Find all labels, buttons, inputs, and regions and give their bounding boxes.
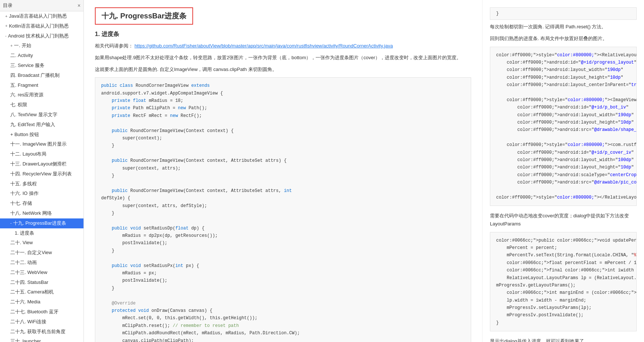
sidebar-item-media[interactable]: 二十六. Media — [0, 297, 83, 307]
sidebar-title: 目录 — [3, 2, 13, 9]
code-block-1: public class RoundCornerImageView extend… — [95, 77, 471, 342]
sidebar-label-textview: 八. TextView 显示文字 — [10, 111, 57, 119]
sidebar-item-drawerlayout[interactable]: 十三. DrawerLayout侧滑栏 — [0, 159, 83, 169]
sub-title: 1. 进度条 — [95, 31, 471, 38]
sidebar-label-camera: 二十五. Camera相机 — [10, 288, 54, 296]
sidebar-label-bluetooth: 二十七. Bluetooth 蓝牙 — [10, 308, 58, 316]
sidebar-item-activity[interactable]: 二. Activity — [0, 51, 83, 61]
sidebar-label-io: 十六. IO 操作 — [10, 190, 39, 197]
sidebar-label-button: + Button 按钮 — [10, 131, 39, 139]
sidebar-item-launcher[interactable]: 三十. launcher — [0, 336, 83, 342]
sidebar-label-android: Android 技术栈从入门到熟悉 — [8, 32, 69, 40]
sidebar-item-java[interactable]: + Java语言基础从入门到熟悉 — [0, 11, 83, 21]
sidebar-label-multithread: 十五. 多线程 — [10, 180, 37, 188]
xml-layout: color:#ff0000;">style="color:#800000;"><… — [490, 47, 637, 206]
sidebar-label-statusbar: 二十四. StatusBar — [10, 279, 48, 286]
sidebar-label-edittext: 九. EditText 用户输入 — [10, 121, 55, 129]
right-para4: 显示出dialog并传入进度，就可以看到效果了。 — [490, 337, 637, 342]
sidebar-label-wifi: 二十八. WiFi连接 — [10, 318, 46, 326]
sidebar-scroll[interactable]: + Java语言基础从入门到熟悉+ Kotlin语言基础从入门到熟悉- Andr… — [0, 11, 83, 342]
sidebar-header: 目录 × — [0, 0, 83, 11]
sidebar-item-wifi[interactable]: 二十八. WiFi连接 — [0, 317, 83, 327]
sidebar-item-progressbar[interactable]: - 十九. ProgressBar进度条 — [0, 218, 83, 228]
sidebar-label-storage: 十七. 存储 — [10, 200, 32, 207]
sidebar-label-customview: 二十一. 自定义View — [10, 249, 52, 257]
sidebar-label-sensor: 二十九. 获取手机当前角度 — [10, 328, 65, 336]
sidebar-item-fragment[interactable]: 五. Fragment — [0, 81, 83, 90]
sidebar-item-recyclerview[interactable]: 十四. RecyclerView 显示列表 — [0, 169, 83, 179]
tree-toggle-start[interactable]: + — [10, 43, 13, 49]
right-para1: 每次绘制都切割一次圆角. 记得调用 Path.reset() 方法。 — [490, 23, 637, 31]
sidebar-label-progressbar-sub: 1. 进度条 — [15, 229, 34, 237]
sidebar-label-broadcast: 四. Broadcast 广播机制 — [10, 72, 60, 79]
sidebar-item-customview[interactable]: 二十一. 自定义View — [0, 248, 83, 258]
sidebar-item-res[interactable]: 六. res应用资源 — [0, 90, 83, 100]
sidebar-label-drawerlayout: 十三. DrawerLayout侧滑栏 — [10, 160, 67, 168]
content-area: 十九. ProgressBar进度条 1. 进度条 相关代码请参阅： https… — [84, 0, 482, 342]
sidebar-label-fragment: 五. Fragment — [10, 82, 38, 89]
sidebar-item-bluetooth[interactable]: 二十七. Bluetooth 蓝牙 — [0, 307, 83, 317]
sidebar-item-permission[interactable]: 七. 权限 — [0, 100, 83, 110]
sidebar-item-animation[interactable]: 二十二. 动画 — [0, 258, 83, 268]
sidebar-item-statusbar[interactable]: 二十四. StatusBar — [0, 278, 83, 288]
right-para3: 需要在代码中动态地改变cover的宽度；dialog中提供如下方法改变 Layo… — [490, 212, 637, 228]
sidebar-label-imageview: 十一. ImageView 图片显示 — [10, 140, 67, 148]
sidebar-item-sensor[interactable]: 二十九. 获取手机当前角度 — [0, 327, 83, 337]
closing-brace: } — [490, 7, 637, 20]
sidebar-item-broadcast[interactable]: 四. Broadcast 广播机制 — [0, 71, 83, 81]
sidebar-label-launcher: 三十. launcher — [10, 338, 41, 342]
sidebar-label-res: 六. res应用资源 — [10, 91, 43, 99]
tree-toggle-progressbar[interactable]: - — [10, 220, 12, 227]
sidebar-item-network[interactable]: 十八. NetWork 网络 — [0, 209, 83, 218]
sidebar-label-network: 十八. NetWork 网络 — [10, 210, 52, 217]
sidebar-item-storage[interactable]: 十七. 存储 — [0, 199, 83, 209]
para2: 如果用shape处理.9图片不太好处理这个条纹，转变思路，放置2张图片，一张作为… — [95, 54, 471, 62]
tree-toggle-kotlin[interactable]: + — [5, 23, 7, 29]
sidebar-item-kotlin[interactable]: + Kotlin语言基础从入门到熟悉 — [0, 21, 83, 31]
sidebar-label-webview: 二十三. WebView — [10, 269, 47, 277]
para1: 相关代码请参阅： https://github.com/RustFisher/a… — [95, 42, 471, 50]
section-title: 十九. ProgressBar进度条 — [95, 7, 193, 25]
sidebar-label-layout: 十二. Layout布局 — [10, 150, 46, 158]
sidebar-item-textview[interactable]: 八. TextView 显示文字 — [0, 110, 83, 120]
sidebar-label-java: Java语言基础从入门到熟悉 — [9, 13, 67, 20]
github-link[interactable]: https://github.com/RustFisher/aboutView/… — [135, 43, 393, 49]
sidebar-item-layout[interactable]: 十二. Layout布局 — [0, 149, 83, 159]
sidebar-item-start[interactable]: + 一. 开始 — [0, 41, 83, 51]
sidebar-label-progressbar: 十九. ProgressBar进度条 — [13, 220, 66, 227]
sidebar-label-kotlin: Kotlin语言基础从入门到熟悉 — [9, 22, 69, 30]
sidebar-label-activity: 二. Activity — [10, 52, 33, 60]
sidebar-label-start: 一. 开始 — [14, 42, 31, 50]
sidebar-item-webview[interactable]: 二十三. WebView — [0, 268, 83, 278]
sidebar-item-progressbar-sub[interactable]: 1. 进度条 — [0, 228, 83, 238]
sidebar-label-permission: 七. 权限 — [10, 101, 27, 109]
sidebar-item-service[interactable]: 三. Service 服务 — [0, 61, 83, 71]
main-area: 十九. ProgressBar进度条 1. 进度条 相关代码请参阅： https… — [84, 0, 644, 342]
sidebar: 目录 × + Java语言基础从入门到熟悉+ Kotlin语言基础从入门到熟悉-… — [0, 0, 84, 342]
para3: 这就要求上面的图片是圆角的. 自定义ImageView，调用 canvas.cl… — [95, 65, 471, 74]
code-block-2: color:#0066cc;">public color:#0066cc;">v… — [490, 232, 637, 332]
sidebar-item-button[interactable]: + Button 按钮 — [0, 130, 83, 140]
sidebar-item-android[interactable]: - Android 技术栈从入门到熟悉 — [0, 31, 83, 41]
sidebar-close-button[interactable]: × — [78, 3, 81, 8]
sidebar-item-io[interactable]: 十六. IO 操作 — [0, 189, 83, 199]
sidebar-item-view[interactable]: 二十. View — [0, 238, 83, 248]
tree-toggle-java[interactable]: + — [5, 13, 7, 20]
sidebar-item-edittext[interactable]: 九. EditText 用户输入 — [0, 120, 83, 130]
sidebar-item-multithread[interactable]: 十五. 多线程 — [0, 179, 83, 189]
sidebar-item-camera[interactable]: 二十五. Camera相机 — [0, 287, 83, 297]
sidebar-label-view: 二十. View — [10, 239, 33, 247]
sidebar-label-media: 二十六. Media — [10, 298, 40, 306]
sidebar-label-service: 三. Service 服务 — [10, 62, 45, 70]
sidebar-label-recyclerview: 十四. RecyclerView 显示列表 — [10, 170, 72, 178]
sidebar-item-imageview[interactable]: 十一. ImageView 图片显示 — [0, 139, 83, 149]
right-panel: } 每次绘制都切割一次圆角. 记得调用 Path.reset() 方法。 回到我… — [482, 0, 644, 342]
right-para2: 回到我们熟悉的进度条. 布局文件中放置好层叠的图片。 — [490, 35, 637, 43]
tree-toggle-android[interactable]: - — [5, 33, 7, 39]
sidebar-label-animation: 二十二. 动画 — [10, 259, 37, 267]
